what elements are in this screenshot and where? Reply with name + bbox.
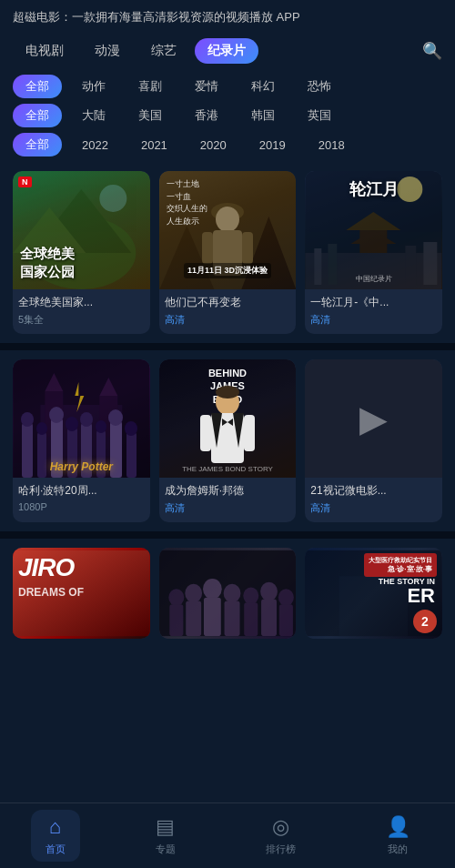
filter-genre-action[interactable]: 动作 [69,75,118,98]
svg-rect-11 [242,232,253,264]
svg-rect-54 [244,415,255,451]
movie-card-3[interactable]: 轮江月 中国纪录片 一轮江月-《中... 高清 [305,171,442,334]
movies-grid-row2: Harry Potter 哈利·波特20周... 1080P BEHINDJAM… [0,350,455,531]
filter-year-2019[interactable]: 2019 [247,135,298,156]
filter-genre-scifi[interactable]: 科幻 [238,75,288,98]
er-text: ER [379,586,435,606]
filter-region-korea[interactable]: 韩国 [238,104,288,127]
movie-info-6: 21视记微电影... 高清 [305,478,442,522]
filter-genre-all[interactable]: 全部 [13,75,62,98]
tab-documentary[interactable]: 纪录片 [195,38,258,64]
search-icon[interactable]: 🔍 [422,41,442,61]
svg-point-47 [216,386,239,399]
movie-card-1[interactable]: N 全球绝美国家公园 全球绝美国家... 5集全 [13,171,150,334]
topics-icon: ▤ [156,815,175,839]
tab-variety[interactable]: 综艺 [138,38,189,64]
content-grid-1: N 全球绝美国家公园 全球绝美国家... 5集全 [13,171,442,334]
movie-info-5: 成为詹姆斯·邦德 高清 [159,478,297,522]
nav-item-profile[interactable]: 👤 我的 [371,810,425,862]
nav-item-rankings[interactable]: ◎ 排行榜 [251,810,310,862]
movie-badge-2: 高清 [165,313,291,327]
filter-section: 全部 动作 喜剧 爱情 科幻 恐怖 全部 大陆 美国 香港 韩国 英国 全部 2… [0,69,455,162]
preview-grid: JIRO DREAMS OF [13,548,442,639]
movie-info-1: 全球绝美国家... 5集全 [13,289,150,334]
svg-rect-63 [204,598,221,636]
svg-point-36 [66,417,78,431]
movie-poster-5: BEHINDJAMESBOND [159,359,297,478]
poster-inner-3: 轮江月 中国纪录片 [305,171,442,289]
filter-region-mainland[interactable]: 大陆 [69,104,118,127]
movie-title-4: 哈利·波特20周... [18,483,145,499]
svg-point-8 [216,207,239,232]
preview-section: JIRO DREAMS OF [0,539,455,730]
movie-card-6[interactable]: ▶ 21视记微电影... 高清 [305,359,442,522]
movie-badge-6: 高清 [310,501,437,515]
nav-item-home[interactable]: ⌂ 首页 [31,810,80,862]
movie-title-6: 21视记微电影... [310,483,437,499]
story-logo-area: 大型医疗救助纪实节目 急·诊·室·故·事 [364,553,437,577]
preview-poster-group [159,548,297,639]
movie-poster-4: Harry Potter [13,359,150,478]
movie-badge-5: 高清 [165,501,291,515]
episode-badge: 2 [413,610,437,633]
story-title-line1: 大型医疗救助纪实节目 [369,556,432,564]
nav-item-topics[interactable]: ▤ 专题 [141,810,190,862]
svg-point-13 [398,177,423,202]
poster-subtitle-3: 中国纪录片 [308,274,439,284]
movie-card-2[interactable]: 一寸土地一寸血交织人生的人生啟示 [159,171,297,334]
story-main-text: THE STORY IN ER [379,577,435,606]
tab-tv[interactable]: 电视剧 [13,38,76,64]
profile-icon: 👤 [386,815,410,839]
filter-year-2018[interactable]: 2018 [306,135,358,156]
preview-card-jiro[interactable]: JIRO DREAMS OF [13,548,150,639]
svg-point-62 [203,579,222,600]
svg-rect-71 [278,604,292,636]
filter-region-usa[interactable]: 美国 [126,104,175,127]
filter-year-2022[interactable]: 2022 [69,135,121,156]
filter-region-all[interactable]: 全部 [13,104,62,127]
filter-genre-romance[interactable]: 爱情 [182,75,231,98]
tab-anime[interactable]: 动漫 [82,38,133,64]
poster-inner-5: BEHINDJAMESBOND [159,359,297,478]
movie-badge-3: 高清 [310,313,437,327]
preview-poster-jiro: JIRO DREAMS OF [13,548,150,639]
topics-label: 专题 [156,843,176,856]
movie-poster-6: ▶ [305,359,442,478]
poster-text-1: 全球绝美国家公园 [20,245,75,280]
svg-point-3 [99,185,126,212]
rankings-icon: ◎ [272,815,289,839]
placeholder-play-icon: ▶ [359,398,388,439]
filter-genre-comedy[interactable]: 喜剧 [126,75,175,98]
poster-inner-1: N 全球绝美国家公园 [13,171,150,289]
svg-point-64 [223,584,240,603]
preview-card-story[interactable]: 大型医疗救助纪实节目 急·诊·室·故·事 THE STORY IN ER 2 [305,548,442,639]
movies-grid-row1: N 全球绝美国家公园 全球绝美国家... 5集全 [0,162,455,343]
filter-year-2020[interactable]: 2020 [187,135,239,156]
filter-region-hk[interactable]: 香港 [182,104,231,127]
movie-poster-3: 轮江月 中国纪录片 [305,171,442,289]
filter-genre-horror[interactable]: 恐怖 [295,75,344,98]
year-filter-row: 全部 2022 2021 2020 2019 2018 [13,133,442,156]
profile-label: 我的 [388,843,408,856]
movie-badge-1: 5集全 [18,313,145,327]
movie-title-1: 全球绝美国家... [18,295,145,310]
preview-card-group[interactable] [159,548,297,639]
filter-year-2021[interactable]: 2021 [128,135,180,156]
poster-inner-2: 一寸土地一寸血交织人生的人生啟示 [159,171,297,289]
filter-region-uk[interactable]: 英国 [295,104,344,127]
home-icon: ⌂ [49,815,61,839]
movie-poster-1: N 全球绝美国家公园 [13,171,150,289]
region-filter-row: 全部 大陆 美国 香港 韩国 英国 [13,104,442,127]
app-title: 超磁电影：一款拥有海量高清影视资源的视频播放 APP [13,9,442,25]
movie-card-4[interactable]: Harry Potter 哈利·波特20周... 1080P [13,359,150,522]
svg-rect-17 [306,253,442,289]
movie-badge-4: 1080P [18,501,145,512]
filter-year-all[interactable]: 全部 [13,133,62,156]
svg-rect-65 [224,601,239,637]
movie-card-5[interactable]: BEHINDJAMESBOND [159,359,297,522]
svg-rect-10 [202,232,213,264]
svg-point-60 [185,584,202,603]
svg-point-58 [168,589,184,606]
svg-rect-43 [126,432,136,478]
story-er-label: 急·诊·室·故·事 [369,564,432,574]
